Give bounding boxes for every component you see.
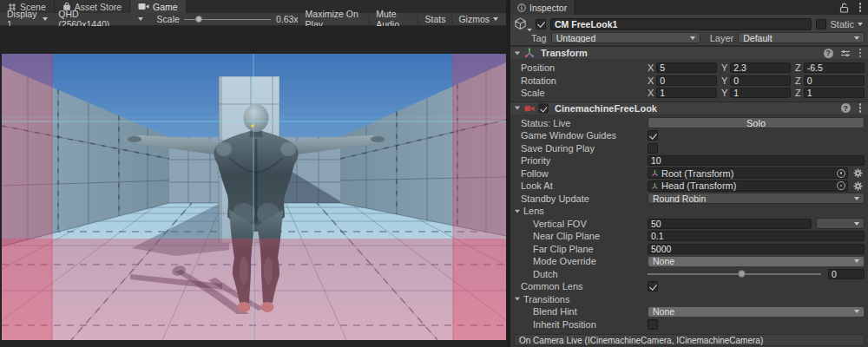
standby-value: Round Robin [653,193,706,204]
cube-icon [514,16,527,30]
priority-row: Priority 10 [510,154,868,167]
scale-slider-handle[interactable] [195,16,202,23]
save-checkbox[interactable] [648,143,658,154]
follow-row: Follow Root (Transform) [510,167,868,180]
rotation-x-field[interactable]: 0 [656,75,717,86]
maximize-on-play-button[interactable]: Maximize On Play [299,13,370,26]
dutch-slider[interactable] [648,268,821,279]
tab-inspector[interactable]: Inspector [510,0,574,15]
fov-unit-dropdown[interactable] [816,218,865,229]
chevron-down-icon [854,259,859,263]
cinemachine-title: CinemachineFreeLook [555,103,657,114]
tag-dropdown[interactable]: Untagged [551,32,700,43]
lens-foldout[interactable]: Lens [510,205,868,218]
scale-label: Scale [510,88,648,98]
position-z-field[interactable]: -6.5 [804,62,865,73]
foldout-arrow-icon[interactable] [515,107,520,110]
solo-button[interactable]: Solo [648,117,865,128]
scale-y-field[interactable]: 1 [730,88,791,98]
blend-hint-value: None [653,306,674,317]
save-during-play-row: Save During Play [510,142,868,155]
chevron-down-icon [493,17,498,21]
transitions-label: Transitions [523,294,569,304]
rotation-z-field[interactable]: 0 [804,75,865,86]
chevron-down-icon [527,29,532,31]
gameobject-enabled-checkbox[interactable] [536,19,546,29]
standby-label: Standby Update [510,193,648,204]
foldout-arrow-icon [515,298,520,301]
transitions-foldout[interactable]: Transitions [510,293,868,306]
help-icon[interactable]: ? [841,103,851,113]
lookat-settings-button[interactable] [851,180,865,192]
component-enabled-checkbox[interactable] [538,103,548,113]
help-icon[interactable]: ? [824,49,833,58]
kebab-menu-icon[interactable] [859,52,862,55]
save-label: Save During Play [510,143,648,154]
cinemachine-header[interactable]: CinemachineFreeLook ? [510,101,868,115]
static-group: Static [816,19,865,29]
axis-x-label: X [648,75,654,86]
kebab-menu-icon[interactable] [859,107,862,109]
presets-icon[interactable] [840,49,851,58]
scale-slider[interactable] [184,13,271,26]
dutch-slider-handle[interactable] [738,270,746,278]
transform-header[interactable]: Transform ? [510,46,868,60]
gizmos-label: Gizmos [458,14,490,24]
game-render [2,54,506,340]
common-lens-checkbox[interactable] [648,281,658,291]
scale-row: Scale X1 Y1 Z1 [510,87,868,100]
gameobject-icon-button[interactable] [514,16,531,31]
gameobject-name-field[interactable]: CM FreeLook1 [550,18,812,30]
common-lens-label: Common Lens [510,281,648,291]
game-viewport[interactable] [2,54,506,340]
chevron-down-icon [854,222,859,226]
follow-object-field[interactable]: Root (Transform) [648,167,848,179]
blend-hint-dropdown[interactable]: None [648,306,865,318]
object-picker-icon[interactable] [837,169,845,178]
position-y-field[interactable]: 2.3 [730,62,791,73]
position-x-field[interactable]: 5 [656,62,717,73]
resolution-dropdown[interactable]: QHD (2560x1440) [53,13,148,26]
static-dropdown-caret[interactable] [858,23,863,26]
static-checkbox[interactable] [816,19,826,29]
layer-value: Default [743,33,772,43]
tag-label: Tag [531,33,547,43]
tab-game[interactable]: Game [130,0,187,13]
gameobject-header: CM FreeLook1 Static Tag Untagged Layer D… [510,15,868,46]
transform-icon [651,169,659,177]
far-clip-field[interactable]: 5000 [648,244,865,254]
dutch-field[interactable]: 0 [828,269,865,279]
mode-override-label: Mode Override [510,256,648,266]
standby-update-row: Standby Update Round Robin [510,193,868,206]
blend-hint-label: Blend Hint [510,306,648,317]
standby-dropdown[interactable]: Round Robin [648,193,865,204]
lookat-target-dot [251,124,254,128]
lock-open-icon[interactable] [839,3,849,13]
near-clip-label: Near Clip Plane [510,231,648,241]
cinemachine-body: Status: Live Solo Game Window Guides Sav… [510,115,868,333]
scale-z-field[interactable]: 1 [804,88,865,98]
priority-field[interactable]: 10 [648,155,865,166]
foldout-arrow-icon[interactable] [515,51,520,55]
display-dropdown[interactable]: Display 1 [2,13,53,26]
inherit-position-checkbox[interactable] [648,319,658,330]
scale-x-field[interactable]: 1 [656,88,717,98]
dutch-row: Dutch 0 [510,268,868,281]
scale-label: Scale [157,14,180,24]
near-clip-row: Near Clip Plane 0.1 [510,230,868,243]
mute-audio-button[interactable]: Mute Audio [369,13,418,26]
near-clip-field[interactable]: 0.1 [648,231,865,241]
position-label: Position [510,62,648,73]
guides-checkbox[interactable] [648,130,658,141]
layer-dropdown[interactable]: Default [738,32,865,43]
lookat-object-field[interactable]: Head (Transform) [648,180,848,192]
mode-override-dropdown[interactable]: None [648,256,865,267]
rotation-y-field[interactable]: 0 [730,75,791,86]
object-picker-icon[interactable] [837,181,845,190]
lookat-label: Look At [510,180,648,191]
stats-button[interactable]: Stats [418,13,451,26]
fov-field[interactable]: 50 [648,219,812,229]
gizmos-dropdown[interactable]: Gizmos [451,13,504,26]
follow-settings-button[interactable] [851,167,865,179]
kebab-menu-icon[interactable] [859,6,862,9]
